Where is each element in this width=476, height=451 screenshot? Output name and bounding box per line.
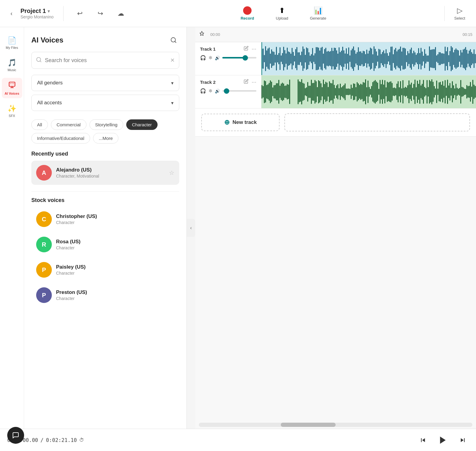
track-2-canvas [261, 75, 476, 108]
ruler-mark-end: 00:15 [462, 32, 472, 37]
topbar: ‹ Project 1 ▾ Sergio Montanino ↩ ↪ ☁ Rec… [0, 0, 476, 27]
accent-filter-dropdown[interactable]: All accents ▾ [31, 95, 179, 111]
skip-forward-button[interactable] [457, 434, 469, 446]
tag-storytelling[interactable]: Storytelling [89, 119, 123, 130]
timeline-scrollbar-thumb[interactable] [281, 423, 336, 427]
track-2-snowflake-icon[interactable]: ❄ [208, 88, 212, 94]
track-2-headphone-icon[interactable]: 🎧 [200, 88, 206, 94]
new-track-row: ⊕ New track [195, 109, 476, 137]
voice-name-rosa: Rosa (US) [56, 239, 174, 245]
voice-info-christopher: Christopher (US) Character [56, 213, 174, 225]
record-icon [243, 6, 252, 15]
redo-button[interactable]: ↪ [94, 7, 107, 20]
track-2-volume-slider[interactable] [222, 90, 256, 92]
voice-name-paisley: Paisley (US) [56, 264, 174, 270]
topbar-center: Record ⬆ Upload 📊 Generate [127, 4, 440, 23]
voice-item-alejandro[interactable]: A Alejandro (US) Character, Motivational… [31, 161, 179, 185]
tag-commercial[interactable]: Commercial [51, 119, 86, 130]
new-track-label: New track [233, 119, 257, 125]
gender-chevron-icon: ▾ [171, 80, 174, 86]
voice-item-preston[interactable]: P Preston (US) Character [31, 283, 179, 307]
voice-name-christopher: Christopher (US) [56, 213, 174, 219]
track-container: Track 1 ⋯ 🎧 [195, 42, 476, 421]
track-2-more-icon[interactable]: ⋯ [252, 79, 256, 85]
voice-info-rosa: Rosa (US) Character [56, 239, 174, 250]
track-2-volume-icon[interactable]: 🔊 [215, 89, 220, 93]
voice-item-christopher[interactable]: C Christopher (US) Character [31, 207, 179, 231]
project-info: Project 1 ▾ Sergio Montanino [20, 8, 54, 19]
time-separator: / [40, 437, 43, 443]
track-1-label: Track 1 [200, 46, 216, 52]
voice-item-rosa[interactable]: R Rosa (US) Character [31, 232, 179, 257]
gender-filter-dropdown[interactable]: All genders ▾ [31, 75, 179, 91]
track-1-more-icon[interactable]: ⋯ [252, 46, 256, 52]
track-1-volume-slider[interactable] [222, 57, 256, 58]
svg-rect-0 [9, 82, 15, 86]
sidebar-item-sfx[interactable]: ✨ SFX [2, 101, 22, 121]
voice-tags-paisley: Character [56, 271, 174, 276]
track-1-icons: ⋯ [244, 46, 256, 52]
tag-all[interactable]: All [31, 119, 48, 130]
undo-button[interactable]: ↩ [73, 7, 86, 20]
sidebar-item-music[interactable]: 🎵 Music [2, 55, 22, 75]
tracks-area: 00:00 00:15 Track 1 [195, 27, 476, 429]
nav-record[interactable]: Record [236, 4, 259, 23]
voice-tags-preston: Character [56, 296, 174, 301]
voice-info-paisley: Paisley (US) Character [56, 264, 174, 276]
topbar-left: ‹ Project 1 ▾ Sergio Montanino ↩ ↪ ☁ [6, 6, 127, 21]
accent-chevron-icon: ▾ [171, 100, 174, 106]
sidebar-item-ai-voices[interactable]: AI Voices [2, 78, 22, 98]
track-2-edit-icon[interactable] [244, 79, 249, 85]
tag-character[interactable]: Character [126, 119, 158, 130]
topbar-divider-2 [444, 6, 445, 21]
favorite-alejandro-button[interactable]: ☆ [169, 169, 174, 176]
project-dropdown-icon[interactable]: ▾ [48, 9, 50, 14]
record-label: Record [241, 16, 254, 20]
voice-avatar-paisley: P [36, 262, 52, 278]
track-2-icons: ⋯ [244, 79, 256, 85]
pin-icon-button[interactable] [199, 31, 205, 38]
tag-informative[interactable]: Informative/Educational [31, 133, 90, 144]
voice-tags-christopher: Character [56, 220, 174, 225]
voices-panel-title: AI Voices [31, 36, 63, 44]
filter-section: All genders ▾ All accents ▾ [31, 75, 179, 115]
ai-voices-label: AI Voices [5, 92, 19, 95]
tags-row-1: All Commercial Storytelling Character [31, 119, 179, 130]
sidebar-item-my-files[interactable]: 📄 My Files [2, 33, 22, 52]
tag-more[interactable]: ...More [93, 133, 119, 144]
nav-upload[interactable]: ⬆ Upload [271, 4, 293, 23]
track-1-edit-icon[interactable] [244, 46, 249, 52]
bottom-bar: 0:00:00.00 / 0:02:21.10 ⏱ [0, 429, 476, 451]
back-button[interactable]: ‹ [6, 8, 17, 19]
new-track-plus-icon: ⊕ [224, 118, 230, 126]
nav-select[interactable]: ▷ Select [449, 4, 470, 23]
svg-marker-5 [440, 437, 446, 444]
play-button[interactable] [435, 432, 451, 448]
sfx-icon: ✨ [8, 104, 17, 113]
nav-generate[interactable]: 📊 Generate [305, 4, 331, 23]
timeline-header: 00:00 00:15 [195, 27, 476, 42]
search-box: ✕ [31, 52, 179, 69]
section-divider [31, 191, 179, 192]
panel-collapse-button[interactable]: ‹ [187, 219, 195, 237]
cloud-save-button[interactable]: ☁ [114, 7, 127, 20]
chat-float-button[interactable] [7, 427, 24, 444]
voice-tags-rosa: Character [56, 245, 174, 250]
timeline-scrollbar[interactable] [199, 423, 472, 427]
track-1-volume-icon[interactable]: 🔊 [215, 55, 220, 60]
project-author: Sergio Montanino [20, 14, 54, 19]
track-1-headphone-icon[interactable]: 🎧 [200, 55, 206, 61]
new-track-button[interactable]: ⊕ New track [201, 114, 280, 131]
voice-item-paisley[interactable]: P Paisley (US) Character [31, 258, 179, 282]
voice-tags-alejandro: Character, Motivational [56, 174, 165, 178]
voices-search-toggle-button[interactable] [168, 34, 179, 46]
track-2-header: Track 2 ⋯ [200, 79, 256, 85]
track-1-snowflake-icon[interactable]: ❄ [208, 55, 212, 61]
my-files-label: My Files [6, 46, 18, 49]
skip-back-button[interactable] [417, 434, 429, 446]
search-clear-icon[interactable]: ✕ [170, 57, 175, 64]
search-input[interactable] [45, 57, 170, 64]
topbar-divider-1 [63, 6, 64, 21]
sfx-label: SFX [9, 114, 15, 118]
voices-panel: AI Voices ✕ All genders ▾ All accent [24, 27, 187, 429]
